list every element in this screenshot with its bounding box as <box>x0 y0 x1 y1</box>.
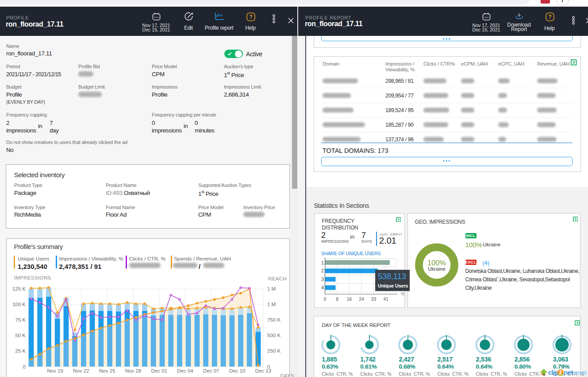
svg-text:0: 0 <box>23 364 26 369</box>
svg-text:50 K: 50 K <box>15 333 26 338</box>
svg-text:1 M: 1 M <box>267 302 276 307</box>
svg-text:net: net <box>564 369 573 376</box>
svg-text:clip: clip <box>548 369 559 376</box>
svg-text:Dec 01: Dec 01 <box>151 368 167 373</box>
svg-text:25 K: 25 K <box>15 348 26 354</box>
svg-text:Nov 22: Nov 22 <box>73 368 89 373</box>
svg-text:8: 8 <box>336 296 338 302</box>
svg-text:24: 24 <box>359 296 364 302</box>
svg-text:1 M: 1 M <box>267 286 276 291</box>
svg-text:4: 4 <box>321 285 324 290</box>
svg-text:2: 2 <box>321 268 324 273</box>
svg-text:.com: .com <box>573 369 587 376</box>
svg-text:16: 16 <box>347 296 352 302</box>
svg-text:Dec 04: Dec 04 <box>177 368 193 373</box>
svg-text:Dec 13: Dec 13 <box>255 368 271 373</box>
svg-text:Nov 25: Nov 25 <box>99 368 115 373</box>
svg-text:100 K: 100 K <box>12 302 26 307</box>
svg-text:125 K: 125 K <box>12 286 26 291</box>
svg-text:%: % <box>401 291 404 296</box>
svg-text:3: 3 <box>321 276 324 282</box>
svg-text:2: 2 <box>559 369 562 376</box>
svg-text:Dec 10: Dec 10 <box>229 368 245 373</box>
svg-text:500 K: 500 K <box>267 333 281 338</box>
svg-text:250 K: 250 K <box>267 348 281 354</box>
svg-text:Dec 07: Dec 07 <box>203 368 219 373</box>
svg-text:?: ? <box>249 14 253 20</box>
svg-text:41: 41 <box>383 296 388 302</box>
svg-text:Nov 28: Nov 28 <box>125 368 141 373</box>
svg-text:1: 1 <box>321 260 324 265</box>
svg-text:?: ? <box>548 14 552 20</box>
svg-text:0: 0 <box>324 296 327 302</box>
svg-text:75 K: 75 K <box>15 317 26 323</box>
svg-text:Nov 19: Nov 19 <box>47 368 63 373</box>
svg-text:750 K: 750 K <box>267 317 281 323</box>
svg-text:33: 33 <box>371 296 377 302</box>
